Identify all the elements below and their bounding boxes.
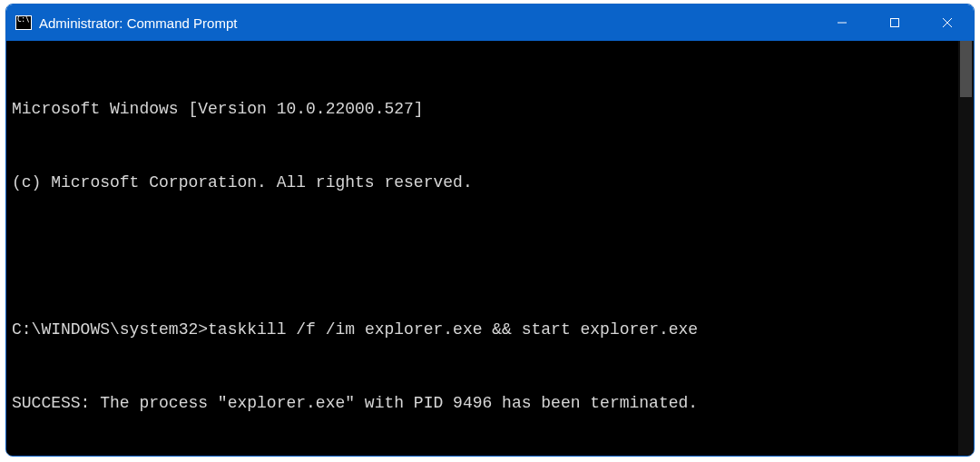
scrollbar-track[interactable] <box>958 41 974 457</box>
scrollbar-thumb[interactable] <box>960 41 972 97</box>
close-button[interactable] <box>921 5 974 41</box>
window-title: Administrator: Command Prompt <box>39 15 816 31</box>
command-prompt-window: Administrator: Command Prompt Mi <box>5 4 975 457</box>
minimize-button[interactable] <box>816 5 868 41</box>
cmd-icon <box>15 15 32 30</box>
titlebar[interactable]: Administrator: Command Prompt <box>6 5 974 41</box>
close-icon <box>942 17 953 28</box>
output-line: Microsoft Windows [Version 10.0.22000.52… <box>12 97 951 122</box>
minimize-icon <box>837 17 848 28</box>
prompt-path: C:\WINDOWS\system32> <box>12 320 208 339</box>
maximize-button[interactable] <box>868 5 921 41</box>
svg-rect-1 <box>891 19 899 27</box>
maximize-icon <box>889 17 900 28</box>
output-line: SUCCESS: The process "explorer.exe" with… <box>12 391 951 416</box>
command-text: taskkill /f /im explorer.exe && start ex… <box>208 320 698 339</box>
terminal-area: Microsoft Windows [Version 10.0.22000.52… <box>6 41 974 457</box>
window-controls <box>816 5 974 41</box>
command-line: C:\WINDOWS\system32>taskkill /f /im expl… <box>12 318 951 342</box>
output-blank <box>12 244 951 269</box>
output-line: (c) Microsoft Corporation. All rights re… <box>12 171 951 195</box>
terminal-output[interactable]: Microsoft Windows [Version 10.0.22000.52… <box>6 41 958 457</box>
